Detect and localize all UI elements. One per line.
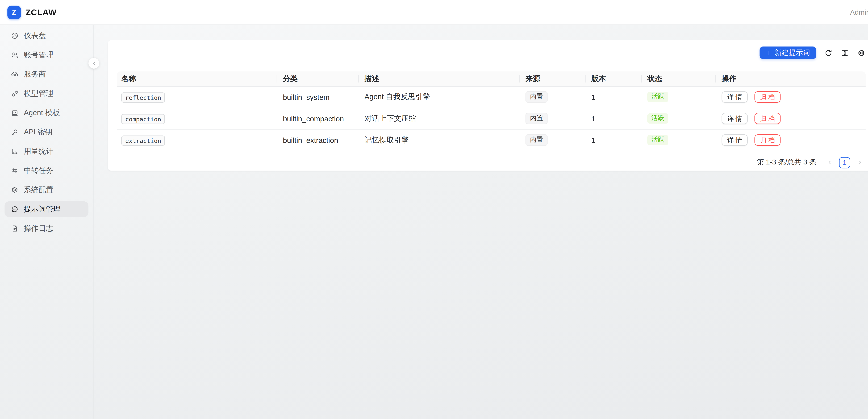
sidebar-item-label: 服务商 (24, 69, 46, 79)
top-bar: Z ZCLAW Admin (0, 0, 868, 25)
prompt-version: 1 (586, 129, 642, 151)
pagination-prev-button[interactable] (824, 157, 835, 168)
prompt-category: builtin_compaction (277, 108, 359, 129)
sidebar-item-label: 模型管理 (24, 88, 53, 99)
column-header-name: 名称 (117, 71, 277, 86)
prompt-name-tag: reflection (121, 92, 165, 102)
prompt-description: Agent 自我反思引擎 (359, 86, 520, 108)
archive-button[interactable]: 归 档 (754, 113, 781, 124)
prompt-table-card: 新建提示词 (107, 40, 868, 171)
sidebar-item-prompt-management[interactable]: 提示词管理 (4, 201, 88, 217)
source-badge: 内置 (526, 91, 548, 102)
column-header-actions: 操作 (716, 71, 866, 86)
sidebar-item-models[interactable]: 模型管理 (4, 86, 88, 101)
table-row: extraction builtin_extraction 记忆提取引擎 内置 … (117, 129, 866, 151)
file-text-icon (11, 225, 19, 233)
detail-button[interactable]: 详 情 (722, 113, 748, 124)
key-icon (11, 128, 19, 136)
bar-chart-icon (11, 147, 19, 155)
prompt-category: builtin_extraction (277, 129, 359, 151)
sidebar-item-accounts[interactable]: 账号管理 (4, 47, 88, 63)
detail-button[interactable]: 详 情 (722, 91, 748, 102)
pagination-next-button[interactable] (854, 157, 866, 168)
status-badge: 活跃 (647, 135, 669, 145)
cloud-server-icon (11, 70, 19, 78)
sidebar-item-operation-logs[interactable]: 操作日志 (4, 220, 88, 236)
column-header-source: 来源 (520, 71, 586, 86)
sidebar-collapse-button[interactable] (88, 58, 99, 68)
prompt-version: 1 (586, 86, 642, 108)
reload-icon (824, 49, 832, 57)
dashboard-icon (11, 32, 19, 40)
api-plug-icon (11, 90, 19, 98)
pagination-summary: 第 1-3 条/总共 3 条 (757, 158, 816, 168)
prompt-version: 1 (586, 108, 642, 129)
sidebar-item-label: 操作日志 (24, 223, 53, 234)
sidebar-item-label: 系统配置 (24, 185, 53, 195)
prompt-table: 名称 分类 描述 来源 版本 状态 操作 reflection builtin_ (117, 71, 866, 151)
column-header-category: 分类 (277, 71, 359, 86)
sidebar-item-usage-stats[interactable]: 用量统计 (4, 143, 88, 159)
sidebar-item-label: 提示词管理 (24, 204, 61, 214)
pagination: 第 1-3 条/总共 3 条 1 (117, 157, 866, 168)
sidebar-item-label: Agent 模板 (24, 108, 60, 118)
detail-button[interactable]: 详 情 (722, 134, 748, 146)
prompt-category: builtin_system (277, 86, 359, 108)
table-header-row: 名称 分类 描述 来源 版本 状态 操作 (117, 71, 866, 86)
archive-button[interactable]: 归 档 (754, 134, 781, 146)
robot-icon (11, 109, 19, 117)
sidebar-item-label: 仪表盘 (24, 31, 46, 41)
sidebar-item-dashboard[interactable]: 仪表盘 (4, 28, 88, 43)
sidebar: 仪表盘 账号管理 服务商 模型管理 (0, 25, 94, 419)
density-button[interactable] (840, 48, 849, 57)
sidebar-item-agent-templates[interactable]: Agent 模板 (4, 105, 88, 121)
chevron-left-icon (826, 159, 832, 166)
new-prompt-button-label: 新建提示词 (775, 48, 810, 58)
new-prompt-button[interactable]: 新建提示词 (759, 47, 816, 59)
sidebar-item-label: 账号管理 (24, 50, 53, 60)
plus-icon (766, 50, 772, 56)
prompt-name-tag: compaction (121, 114, 165, 124)
swap-icon (11, 167, 19, 175)
gear-icon (11, 186, 19, 194)
table-toolbar: 新建提示词 (117, 47, 866, 59)
source-badge: 内置 (526, 113, 548, 124)
source-badge: 内置 (526, 134, 548, 146)
app-window: Z ZCLAW Admin 仪表盘 账号管理 服务商 (0, 0, 868, 419)
column-height-icon (840, 49, 849, 57)
sidebar-item-label: 中转任务 (24, 166, 53, 176)
main-content: 新建提示词 (94, 25, 868, 419)
archive-button[interactable]: 归 档 (754, 91, 781, 102)
chevron-left-icon (91, 60, 97, 66)
table-row: reflection builtin_system Agent 自我反思引擎 内… (117, 86, 866, 108)
chevron-right-icon (857, 159, 863, 166)
sidebar-item-system-config[interactable]: 系统配置 (4, 182, 88, 198)
team-icon (11, 51, 19, 59)
status-badge: 活跃 (647, 114, 669, 123)
brand-logo-icon: Z (7, 5, 21, 19)
body-row: 仪表盘 账号管理 服务商 模型管理 (0, 25, 868, 419)
brand-title: ZCLAW (26, 7, 57, 17)
table-row: compaction builtin_compaction 对话上下文压缩 内置… (117, 108, 866, 129)
refresh-button[interactable] (824, 48, 833, 57)
table-settings-button[interactable] (857, 48, 866, 57)
column-header-version: 版本 (586, 71, 642, 86)
sidebar-item-relay-tasks[interactable]: 中转任务 (4, 163, 88, 179)
user-menu[interactable]: Admin (850, 8, 868, 16)
pagination-page-1[interactable]: 1 (839, 157, 850, 168)
status-badge: 活跃 (647, 92, 669, 102)
column-header-status: 状态 (642, 71, 716, 86)
message-icon (11, 205, 19, 213)
settings-gear-icon (857, 49, 865, 57)
prompt-description: 对话上下文压缩 (359, 108, 520, 129)
column-header-description: 描述 (359, 71, 520, 86)
sidebar-item-label: API 密钥 (24, 127, 53, 137)
sidebar-item-providers[interactable]: 服务商 (4, 66, 88, 82)
sidebar-item-label: 用量统计 (24, 146, 53, 156)
prompt-description: 记忆提取引擎 (359, 129, 520, 151)
prompt-name-tag: extraction (121, 135, 165, 146)
sidebar-item-api-keys[interactable]: API 密钥 (4, 124, 88, 140)
